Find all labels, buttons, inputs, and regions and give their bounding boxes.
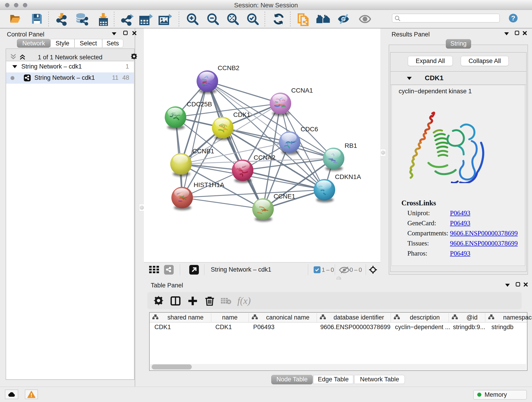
svg-text:CDC6: CDC6 bbox=[301, 126, 318, 133]
svg-text:CDC25B: CDC25B bbox=[187, 101, 212, 108]
svg-text:CDKN1A: CDKN1A bbox=[335, 173, 361, 180]
svg-text:RB1: RB1 bbox=[345, 142, 357, 149]
svg-text:CCNB1: CCNB1 bbox=[192, 148, 214, 155]
svg-text:CCNA1: CCNA1 bbox=[291, 87, 313, 94]
svg-text:CCNB2: CCNB2 bbox=[218, 64, 239, 71]
svg-text:CDK1: CDK1 bbox=[233, 111, 250, 118]
svg-text:CCNE1: CCNE1 bbox=[273, 193, 295, 200]
svg-text:HIST1H1A: HIST1H1A bbox=[194, 181, 224, 188]
svg-text:CCNA2: CCNA2 bbox=[254, 154, 275, 161]
